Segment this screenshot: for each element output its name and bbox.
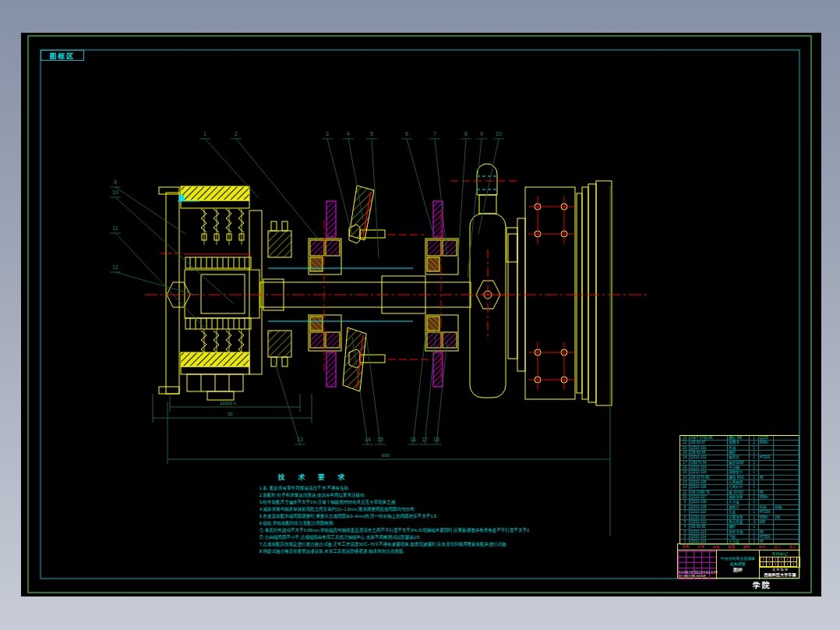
balloon-callout: 10 bbox=[478, 131, 504, 234]
balloon-number: 9 bbox=[480, 131, 483, 136]
bom-cell: 20 bbox=[680, 446, 690, 450]
balloon-number: 14 bbox=[365, 437, 371, 442]
bom-cell: 1 bbox=[750, 505, 759, 509]
bom-cell: 6 bbox=[680, 515, 690, 519]
cad-viewport[interactable]: 110±0.1 30 690 1234567891091011121314151… bbox=[0, 0, 840, 630]
tech-requirement-line: 3.组件装配尺寸偏差不大于1%,且每个轴能相对转动灵活无卡滞现象之感. bbox=[259, 499, 496, 506]
bom-cell: 45 bbox=[759, 530, 775, 534]
bom-cell: QZ10-114 bbox=[690, 535, 728, 539]
bom-cell: HT250 bbox=[759, 535, 775, 539]
bom-cell bbox=[759, 500, 775, 504]
bom-cell: 45 bbox=[759, 476, 775, 480]
balloon-number: 2 bbox=[235, 131, 238, 136]
shaft-and-bearings bbox=[260, 186, 471, 391]
bom-cell bbox=[774, 470, 799, 474]
bom-cell bbox=[774, 520, 799, 524]
bom-cell: 1 bbox=[750, 530, 759, 534]
bom-cell: GB 65-85 bbox=[690, 451, 728, 455]
bom-cell bbox=[774, 465, 799, 469]
bom-cell: 垫圈 8 bbox=[728, 441, 750, 444]
tech-requirement-line: 8.性能试验合格后按要求涂漆涂装,未加工表面涂防锈底漆,轴承内加注润滑脂. bbox=[259, 548, 496, 555]
bom-cell: 压紧弹簧 bbox=[728, 515, 750, 519]
bom-cell: 1 bbox=[750, 441, 759, 444]
bom-cell: GB/T 5783-86 bbox=[690, 436, 728, 440]
bom-header-cell: 名称 bbox=[708, 544, 724, 550]
bom-cell: 1 bbox=[750, 490, 759, 494]
bom-cell: 1 bbox=[750, 515, 759, 519]
bom-cell: QZ10-112 bbox=[690, 520, 728, 524]
bom-cell: 10 bbox=[680, 495, 690, 499]
bom-cell: 16 bbox=[680, 465, 690, 469]
balloon-number: 3 bbox=[326, 131, 329, 136]
drawing-title: 中央转向离合器操纵机构调整 bbox=[719, 557, 757, 567]
stage-mark-label: 阶段标记 bbox=[760, 550, 800, 557]
bom-cell: 1 bbox=[750, 500, 759, 504]
balloon-number: 10 bbox=[496, 131, 502, 136]
bom-cell bbox=[774, 446, 799, 450]
bom-cell: 1 bbox=[750, 476, 759, 480]
bom-cell: 65Mn bbox=[759, 515, 775, 519]
tech-requirement-line: ② 自由端间隙不小于,总成端面由专用工具找正轴端中心,改装不间断测试以防漏油1/… bbox=[259, 534, 496, 541]
bom-cell: QZ10-104 bbox=[690, 470, 728, 474]
bom-cell bbox=[774, 490, 799, 494]
bom-cell: 15 bbox=[680, 470, 690, 474]
bom-header-cell: 总计 bbox=[770, 544, 785, 550]
balloon-number: 4 bbox=[347, 131, 350, 136]
bom-cell: QZ10-101 bbox=[690, 446, 728, 450]
tech-requirements-title: 技 术 要 求 bbox=[278, 472, 517, 483]
bom-cell: 08F bbox=[759, 520, 775, 524]
bom-cell: 1 bbox=[750, 495, 759, 499]
bom-cell: QZ10-111 bbox=[690, 515, 728, 519]
bom-cell bbox=[759, 485, 775, 489]
bom-cell bbox=[774, 535, 799, 539]
bom-cell: 45 bbox=[759, 490, 775, 494]
tech-requirement-line: 2.装配时,柱子和弹簧涂润滑油,使其在中间位置灵活移动. bbox=[259, 492, 496, 499]
balloon-number: 16 bbox=[410, 437, 416, 442]
organization-campus: 学院 bbox=[753, 580, 771, 591]
bom-cell: Q235 bbox=[759, 436, 775, 440]
bom-cell bbox=[759, 470, 775, 474]
bom-cell bbox=[774, 455, 799, 459]
bom-cell: 飞轮 bbox=[728, 535, 750, 539]
bom-cell bbox=[774, 480, 799, 484]
bom-cell: HT250 bbox=[759, 510, 775, 514]
bom-cell: 石棉 bbox=[759, 505, 775, 509]
technical-requirements: 技 术 要 求 1.装. 配前所有零件用煤油清洗干净,不得有毛刺.2.装配时,柱… bbox=[259, 472, 517, 555]
tech-requirement-line: 1.装. 配前所有零件用煤油清洗干净,不得有毛刺. bbox=[259, 485, 496, 492]
output-flange bbox=[517, 181, 612, 405]
bom-cell bbox=[774, 461, 799, 465]
tech-requirement-line: 6.链轮,带轮装配时应注意配合间隙检测: bbox=[259, 520, 496, 527]
bom-cell: 1 bbox=[750, 480, 759, 484]
bom-header-cell: 代号 bbox=[694, 544, 709, 550]
bom-cell: 调整垫片 bbox=[728, 470, 750, 474]
bom-cell: 3 bbox=[680, 530, 690, 534]
balloon-callout: 6 bbox=[401, 131, 433, 234]
bom-cell: 1 bbox=[750, 461, 759, 465]
balloon-number: 1 bbox=[203, 131, 206, 136]
dimension-text: 110±0.1 bbox=[220, 401, 237, 405]
balloon-callout: 16 bbox=[408, 335, 425, 444]
balloon-number: 17 bbox=[422, 437, 428, 442]
drawing-subtitle: 图样 bbox=[717, 567, 759, 574]
bom-cell: 减振弹簧 bbox=[728, 495, 750, 499]
bom-cell: 键 10×50 bbox=[728, 490, 750, 494]
bom-cell: 14 bbox=[680, 476, 690, 480]
balloon-callout: 15 bbox=[366, 335, 386, 444]
balloon-number: 8 bbox=[464, 131, 468, 136]
balloon-number: 6 bbox=[405, 131, 408, 136]
bom-header-cell: 材料 bbox=[739, 544, 755, 550]
bom-header-cell: 序号 bbox=[678, 544, 694, 550]
bom-cell: QZ10-109 bbox=[690, 505, 728, 509]
bom-cell: QZ10-113 bbox=[690, 530, 728, 534]
balloon-number: 5 bbox=[370, 131, 373, 136]
bom-header-cell: 单件 bbox=[754, 544, 770, 550]
bom-cell: 从动盘 bbox=[728, 500, 750, 504]
signature-row: 设计 校核 标准化 审核 批准 bbox=[679, 575, 706, 578]
dimension-text: 690 bbox=[382, 453, 390, 458]
bom-cell bbox=[774, 476, 799, 480]
balloon-callout: 11 bbox=[110, 225, 204, 327]
balloon-number: 9 bbox=[114, 179, 117, 185]
bom-cell: 1 bbox=[750, 455, 759, 459]
bom-cell: QZ10-103 bbox=[690, 465, 728, 469]
bom-cell bbox=[759, 461, 775, 465]
